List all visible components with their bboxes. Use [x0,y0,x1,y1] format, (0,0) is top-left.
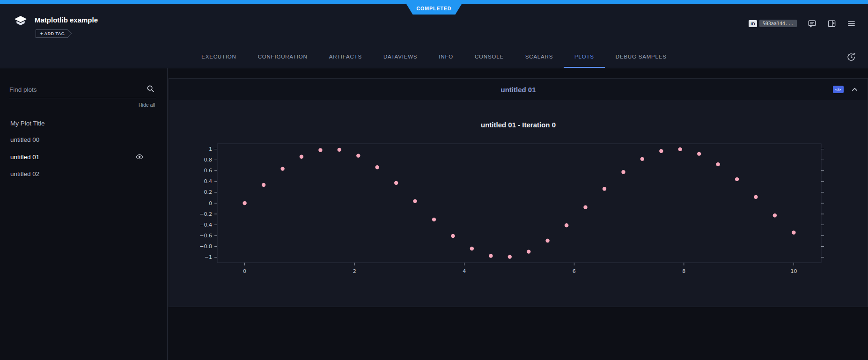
collapse-card-icon[interactable] [851,86,858,93]
svg-text:4: 4 [463,268,466,274]
svg-text:−0.6: −0.6 [199,233,212,239]
svg-text:−0.4: −0.4 [199,222,212,228]
status-strip: COMPLETED [0,0,868,4]
auto-refresh-icon[interactable] [846,51,857,63]
plot-card-header: untitled 01 </> [169,79,868,100]
plot-card-title: untitled 01 [500,86,536,94]
tab-console[interactable]: CONSOLE [464,46,515,68]
experiment-id-chip[interactable]: ID 503aa144... [749,20,797,27]
svg-text:−0.2: −0.2 [199,211,212,217]
tab-execution[interactable]: EXECUTION [191,46,247,68]
svg-text:0.6: 0.6 [204,168,213,174]
status-label: COMPLETED [417,6,452,11]
svg-text:6: 6 [573,268,576,274]
plot-card: untitled 01 </> untitled 01 - Iteration … [169,78,868,307]
view-code-button[interactable]: </> [833,86,844,93]
plot-list-item[interactable]: untitled 01 [9,148,156,166]
svg-text:0.2: 0.2 [204,189,213,195]
hide-all-button[interactable]: Hide all [9,102,155,108]
figure-title: untitled 01 - Iteration 0 [169,121,868,129]
add-tag-label: + ADD TAG [36,30,71,37]
tab-scalars[interactable]: SCALARS [515,46,564,68]
plot-search [9,85,156,98]
svg-text:0: 0 [209,200,212,206]
figure: 10.80.60.40.20−0.2−0.4−0.6−0.8−10246810 [169,140,868,280]
plots-sidebar: Hide all My Plot Titleuntitled 00untitle… [0,68,168,360]
tab-artifacts[interactable]: ARTIFACTS [318,46,373,68]
experiment-title: Matplotlib example [35,16,98,24]
eye-icon[interactable] [135,153,144,161]
add-tag-button[interactable]: + ADD TAG [36,29,72,38]
svg-text:0.4: 0.4 [204,178,213,184]
plot-list-item-label: untitled 01 [10,154,39,161]
svg-text:2: 2 [353,268,356,274]
title-block: Matplotlib example + ADD TAG [35,12,98,38]
plot-card-actions: </> [833,79,858,100]
plot-svg: 10.80.60.40.20−0.2−0.4−0.6−0.8−10246810 [188,140,849,280]
svg-text:0.8: 0.8 [204,157,213,163]
tab-plots[interactable]: PLOTS [564,46,605,68]
svg-text:0: 0 [243,268,246,274]
comment-icon[interactable] [807,19,817,28]
plot-list-item-label: untitled 00 [10,136,39,143]
plot-list-item[interactable]: My Plot Title [9,115,156,132]
tab-list: EXECUTIONCONFIGURATIONARTIFACTSDATAVIEWS… [191,46,677,68]
header-left: Matplotlib example + ADD TAG [13,12,98,38]
plot-list-item-label: untitled 02 [10,170,39,177]
plot-list: My Plot Titleuntitled 00untitled 01untit… [9,115,156,182]
plot-list-item-label: My Plot Title [10,120,45,127]
menu-icon[interactable] [846,19,856,28]
panels-icon[interactable] [827,19,836,28]
svg-text:−1: −1 [205,254,212,260]
app-logo-icon[interactable] [13,13,28,28]
tab-bar: EXECUTIONCONFIGURATIONARTIFACTSDATAVIEWS… [0,46,868,68]
tab-debug-samples[interactable]: DEBUG SAMPLES [605,46,677,68]
content: Hide all My Plot Titleuntitled 00untitle… [0,68,868,360]
id-label: ID [749,20,757,27]
tab-info[interactable]: INFO [428,46,464,68]
svg-text:8: 8 [682,268,685,274]
search-icon[interactable] [146,84,155,95]
plot-list-item[interactable]: untitled 00 [9,132,156,148]
svg-text:10: 10 [790,268,797,274]
plot-card-body: untitled 01 - Iteration 0 10.80.60.40.20… [169,100,868,307]
tab-dataviews[interactable]: DATAVIEWS [373,46,428,68]
svg-text:−0.8: −0.8 [199,243,212,250]
id-value: 503aa144... [759,20,797,27]
header-right: ID 503aa144... [749,19,856,28]
search-input[interactable] [9,86,142,93]
status-badge: COMPLETED [406,4,462,15]
svg-text:1: 1 [209,146,212,152]
plot-list-item[interactable]: untitled 02 [9,166,156,182]
tab-configuration[interactable]: CONFIGURATION [247,46,318,68]
main-panel: untitled 01 </> untitled 01 - Iteration … [168,68,868,360]
